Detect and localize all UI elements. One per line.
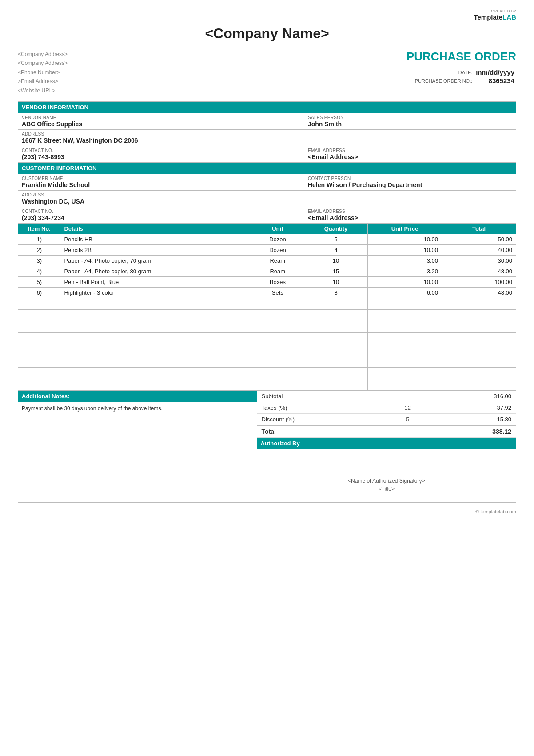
contact-person-label: CONTACT PERSON	[308, 176, 512, 181]
item-details-cell: Paper - A4, Photo copier, 70 gram	[60, 255, 251, 266]
item-qty-cell: 5	[304, 234, 367, 244]
item-no-cell: 4)	[18, 266, 60, 276]
customer-name-value: Franklin Middle School	[22, 181, 300, 188]
item-price-cell: 6.00	[368, 287, 442, 298]
discount-label: Discount (%)	[257, 413, 385, 425]
date-label: DATE:	[413, 68, 474, 76]
subtotal-value: 316.00	[431, 391, 516, 402]
discount-row: Discount (%) 5 15.80	[257, 413, 516, 425]
col-header-total: Total	[442, 223, 516, 234]
vendor-address-cell: ADDRESS 1667 K Street NW, Washington DC …	[18, 129, 516, 146]
company-info: <Company Address> <Company Address> <Pho…	[18, 50, 68, 95]
empty-rows-body	[18, 298, 516, 390]
vendor-address-label: ADDRESS	[22, 132, 512, 136]
company-address-2: <Company Address>	[18, 59, 68, 68]
total-value: 338.12	[431, 425, 516, 438]
brand-lab: LAB	[502, 13, 516, 21]
vendor-contact-row: CONTACT NO. (203) 743-8993 EMAIL ADDRESS…	[18, 146, 516, 162]
authorized-body: <Name of Authorized Signatory> <Title>	[257, 449, 516, 502]
summary-column: Subtotal 316.00 Taxes (%) 12 37.92 Disco…	[257, 391, 516, 502]
templatelab-logo: CREATED BY TemplateLAB	[18, 9, 516, 21]
vendor-name-row: VENDOR NAME ABC Office Supplies SALES PE…	[18, 113, 516, 129]
footer: © templatelab.com	[18, 509, 516, 514]
authorized-header: Authorized By	[257, 438, 516, 449]
customer-name-row: CUSTOMER NAME Franklin Middle School CON…	[18, 174, 516, 190]
item-total-cell: 100.00	[442, 276, 516, 287]
item-details-cell: Pen - Ball Point, Blue	[60, 276, 251, 287]
header-row: <Company Address> <Company Address> <Pho…	[18, 50, 516, 95]
contact-person-cell: CONTACT PERSON Helen Wilson / Purchasing…	[304, 174, 516, 190]
table-row	[18, 309, 516, 321]
vendor-contact-value: (203) 743-8993	[22, 153, 300, 160]
company-phone: <Phone Number>	[18, 68, 68, 77]
item-unit-cell: Dozen	[251, 244, 304, 255]
item-qty-cell: 8	[304, 287, 367, 298]
table-row: 4) Paper - A4, Photo copier, 80 gram Rea…	[18, 266, 516, 276]
total-row: Total 338.12	[257, 425, 516, 438]
taxes-pct: 12	[384, 402, 431, 413]
item-price-cell: 10.00	[368, 244, 442, 255]
sales-person-value: John Smith	[308, 120, 512, 128]
items-header-row: Item No. Details Unit Quantity Unit Pric…	[18, 223, 516, 234]
customer-address-cell: ADDRESS Washington DC, USA	[18, 190, 516, 207]
notes-body: Payment shall be 30 days upon delivery o…	[18, 402, 257, 482]
date-value: mm/dd/yyyy	[474, 68, 516, 76]
col-header-item-no: Item No.	[18, 223, 60, 234]
created-by-label: CREATED BY	[18, 9, 516, 13]
vendor-name-value: ABC Office Supplies	[22, 120, 300, 128]
item-price-cell: 3.00	[368, 255, 442, 266]
customer-contact-row: CONTACT NO. (203) 334-7234 EMAIL ADDRESS…	[18, 207, 516, 223]
sales-person-cell: SALES PERSON John Smith	[304, 113, 516, 129]
vendor-address-value: 1667 K Street NW, Washington DC 2006	[22, 136, 512, 144]
table-row	[18, 356, 516, 367]
customer-name-label: CUSTOMER NAME	[22, 176, 300, 181]
vendor-email-value: <Email Address>	[308, 153, 512, 160]
table-row: 6) Highlighter - 3 color Sets 8 6.00 48.…	[18, 287, 516, 298]
total-label: Total	[257, 425, 385, 438]
brand-template: Template	[474, 13, 502, 21]
item-qty-cell: 4	[304, 244, 367, 255]
taxes-label: Taxes (%)	[257, 402, 385, 413]
vendor-name-cell: VENDOR NAME ABC Office Supplies	[18, 113, 304, 129]
vendor-name-label: VENDOR NAME	[22, 115, 300, 120]
col-header-unit: Unit	[251, 223, 304, 234]
summary-table: Subtotal 316.00 Taxes (%) 12 37.92 Disco…	[257, 391, 516, 438]
item-price-cell: 3.20	[368, 266, 442, 276]
customer-address-row: ADDRESS Washington DC, USA	[18, 190, 516, 207]
item-unit-cell: Sets	[251, 287, 304, 298]
customer-contact-cell: CONTACT NO. (203) 334-7234	[18, 207, 304, 223]
item-unit-cell: Ream	[251, 266, 304, 276]
vendor-header-cell: VENDOR INFORMATION	[18, 101, 516, 113]
customer-email-value: <Email Address>	[308, 214, 512, 221]
vendor-section-header: VENDOR INFORMATION	[18, 101, 516, 113]
signatory-title: <Title>	[262, 485, 511, 493]
notes-column: Additional Notes: Payment shall be 30 da…	[18, 391, 257, 502]
footer-text: © templatelab.com	[475, 509, 516, 514]
company-name: <Company Name>	[18, 25, 516, 42]
table-row: 3) Paper - A4, Photo copier, 70 gram Rea…	[18, 255, 516, 266]
discount-pct: 5	[384, 413, 431, 425]
item-no-cell: 3)	[18, 255, 60, 266]
item-unit-cell: Dozen	[251, 234, 304, 244]
col-header-unit-price: Unit Price	[368, 223, 442, 234]
po-block: PURCHASE ORDER DATE: mm/dd/yyyy PURCHASE…	[406, 50, 516, 85]
table-row	[18, 379, 516, 390]
item-price-cell: 10.00	[368, 276, 442, 287]
item-total-cell: 48.00	[442, 287, 516, 298]
item-qty-cell: 10	[304, 276, 367, 287]
company-address-1: <Company Address>	[18, 50, 68, 59]
table-row	[18, 321, 516, 332]
notes-header: Additional Notes:	[18, 391, 257, 402]
table-row: 2) Pencils 2B Dozen 4 10.00 40.00	[18, 244, 516, 255]
item-details-cell: Pencils 2B	[60, 244, 251, 255]
taxes-value: 37.92	[431, 402, 516, 413]
item-details-cell: Highlighter - 3 color	[60, 287, 251, 298]
vendor-email-label: EMAIL ADDRESS	[308, 148, 512, 153]
customer-header-cell: CUSTOMER INFORMATION	[18, 162, 516, 174]
customer-section-header: CUSTOMER INFORMATION	[18, 162, 516, 174]
table-row	[18, 344, 516, 356]
table-row	[18, 332, 516, 344]
vendor-email-cell: EMAIL ADDRESS <Email Address>	[304, 146, 516, 162]
col-header-details: Details	[60, 223, 251, 234]
sales-person-label: SALES PERSON	[308, 115, 512, 120]
